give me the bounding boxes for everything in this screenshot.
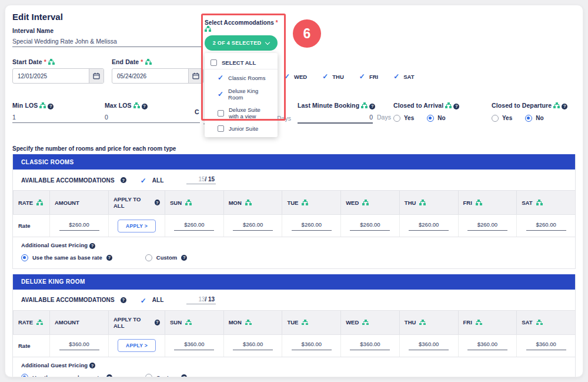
check-icon [141,295,146,305]
day-rate-input[interactable]: $360.00 [526,341,566,350]
start-date-input[interactable]: 12/01/2025 [12,68,104,84]
closed-to-arrival-field: Closed to Arrival Yes No [393,102,459,122]
calendar-icon[interactable] [188,69,203,83]
end-date-input[interactable]: 05/24/2026 [112,68,203,84]
accommodations-dropdown-button[interactable]: 2 OF 4 SELECTED [205,35,278,51]
column-icon [185,320,192,325]
help-icon[interactable] [106,255,112,261]
check-icon [284,72,290,81]
accommodation-option[interactable]: Classic Rooms [205,71,278,85]
column-icon [185,200,192,205]
day-rate-input[interactable]: $260.00 [526,221,566,231]
max-los-field: Max LOS 0 [105,102,200,123]
closed-to-departure-no[interactable]: No [525,115,543,122]
rooms-note: Specify the number of rooms and price fo… [12,145,576,152]
column-header: FRI [458,311,517,334]
available-accommodations-row: AVAILABLE ACCOMMODATIONS ALL 15 / 15 [13,170,575,190]
day-checkbox[interactable]: THU [322,72,344,81]
column-icon [245,320,252,325]
all-checkbox[interactable]: ALL [152,297,164,303]
column-icon [419,320,426,325]
agp-same-as-base-option[interactable]: Use the same as base rate [21,254,112,261]
accommodations-dropdown-panel: SELECT ALL Classic Rooms Deluxe King Roo… [205,53,278,137]
closed-to-departure-yes[interactable]: Yes [492,115,512,122]
section-header: DELUXE KING ROOM [13,274,575,290]
column-icon [419,200,426,205]
day-checkbox[interactable]: FRI [359,72,378,81]
help-icon[interactable] [106,374,112,377]
help-icon[interactable] [562,104,567,109]
help-icon[interactable] [121,177,126,183]
day-rate-input[interactable]: $360.00 [292,341,332,350]
day-rate-input[interactable]: $260.00 [233,221,273,231]
start-date-field: Start Date * 12/01/2025 [12,58,104,84]
select-accommodations-field: Select Accommodations * 2 OF 4 SELECTED … [205,19,280,137]
help-icon[interactable] [181,255,187,261]
last-minute-booking-input[interactable]: 0 [298,114,373,124]
day-checkbox[interactable]: WED [284,72,307,81]
help-icon[interactable] [181,374,187,377]
rate-table-header: RATE AMOUNT APPLY TO ALL SUN [13,190,575,215]
all-checkbox[interactable]: ALL [152,177,164,184]
room-section-classic-rooms: CLASSIC ROOMS AVAILABLE ACCOMMODATIONS A… [12,154,576,269]
start-date-label: Start Date [12,58,42,65]
accommodation-tree-icon [361,102,368,108]
help-icon[interactable] [89,363,95,368]
accommodation-option[interactable]: SELECT ALL [205,57,278,69]
available-count-input[interactable]: 13 / 13 [186,296,216,304]
column-icon [36,200,43,205]
closed-to-arrival-yes[interactable]: Yes [393,115,414,122]
max-los-input[interactable]: 0 [105,114,200,123]
accommodation-option[interactable]: Deluxe King Room [205,85,278,104]
radio-icon [492,115,499,122]
day-rate-input[interactable]: $260.00 [350,221,390,231]
checkbox-icon [218,125,224,132]
day-rate-input[interactable]: $360.00 [467,341,507,350]
help-icon[interactable] [142,104,148,109]
day-rate-input[interactable]: $360.00 [409,341,449,350]
amount-input[interactable]: $360.00 [59,341,99,350]
max-los-label: Max LOS [105,102,132,109]
agp-custom-option[interactable]: Custom [145,254,187,261]
check-icon [218,74,223,82]
calendar-icon[interactable] [89,69,103,83]
min-los-label: Min LOS [12,102,38,109]
column-header: THU [399,191,458,214]
day-rate-input[interactable]: $260.00 [292,221,332,231]
day-rate-input[interactable]: $260.00 [409,221,449,231]
apply-to-all-button[interactable]: APPLY > [118,220,156,232]
column-icon [362,200,369,205]
column-header: AMOUNT [49,191,108,214]
check-icon [359,72,365,81]
closed-to-departure-label: Closed to Departure [492,102,552,109]
help-icon[interactable] [48,104,54,109]
accommodation-option[interactable]: Deluxe Suite with a view [205,104,278,122]
agp-same-as-base-option[interactable]: Use the same as base rate [21,374,112,377]
amount-input[interactable]: $260.00 [59,221,99,231]
day-rate-input[interactable]: $360.00 [174,341,214,350]
day-rate-input[interactable]: $360.00 [233,341,273,350]
apply-to-all-button[interactable]: APPLY > [118,339,156,352]
closed-to-arrival-no[interactable]: No [427,115,445,122]
available-count-input[interactable]: 15 / 15 [186,176,216,184]
interval-name-input[interactable]: Special Wedding Rate John & Melissa [12,38,202,47]
help-icon[interactable] [89,243,95,249]
agp-custom-option[interactable]: Custom [145,374,187,377]
help-icon[interactable] [369,104,375,109]
help-icon[interactable] [453,104,459,109]
day-rate-input[interactable]: $360.00 [350,341,390,350]
day-rate-input[interactable]: $260.00 [467,221,507,231]
day-rate-input[interactable]: $260.00 [174,221,214,231]
column-icon [36,320,43,325]
radio-icon [145,374,152,377]
help-icon[interactable] [121,297,126,303]
checkbox-icon [211,59,217,66]
accommodation-tree-icon [445,102,452,108]
page-title: Edit Interval [12,12,63,22]
day-checkbox[interactable]: SAT [393,72,414,81]
min-los-input[interactable]: 1 [12,114,108,123]
accommodation-tree-icon [133,102,140,108]
cutoff-label-visible: C [195,108,199,115]
accommodation-option[interactable]: Junior Suite [205,122,278,135]
closed-to-departure-field: Closed to Departure Yes No [492,102,567,122]
